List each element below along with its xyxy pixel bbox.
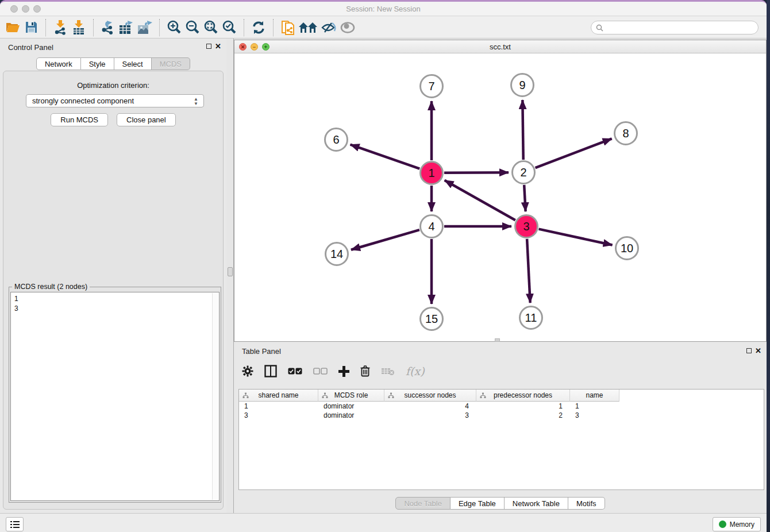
mcds-result-text[interactable]: 13 <box>10 292 220 501</box>
delete-table-button[interactable] <box>381 367 395 376</box>
edge-3-1[interactable] <box>445 180 515 220</box>
optimization-criterion-select[interactable]: strongly connected component ▲▼ <box>26 94 204 107</box>
tab-network-table[interactable]: Network Table <box>505 497 568 510</box>
export-image-button[interactable] <box>136 19 154 36</box>
network-window-resize-handle[interactable] <box>495 338 500 342</box>
tab-motifs[interactable]: Motifs <box>568 497 605 510</box>
home-layout-button[interactable] <box>297 19 320 36</box>
import-table-button[interactable] <box>70 19 88 36</box>
titlebar: Session: New Session <box>0 2 767 16</box>
panel-splitter[interactable] <box>226 38 234 513</box>
column-header-successor-nodes[interactable]: successor nodes <box>384 390 476 402</box>
column-header-shared-name[interactable]: shared name <box>239 390 318 402</box>
import-network-button[interactable] <box>51 19 70 36</box>
close-panel-button[interactable]: Close panel <box>117 113 176 126</box>
splitter-handle[interactable] <box>228 267 233 276</box>
cell-shared-name[interactable]: 1 <box>239 402 318 411</box>
graph-node-7[interactable]: 7 <box>419 74 444 98</box>
mcds-result-scrollbar[interactable] <box>212 293 218 500</box>
graph-node-11[interactable]: 11 <box>519 306 543 330</box>
tab-node-table[interactable]: Node Table <box>395 497 451 510</box>
graph-node-6[interactable]: 6 <box>324 128 348 152</box>
table-settings-button[interactable] <box>242 365 253 377</box>
cell-shared-name[interactable]: 3 <box>239 411 318 420</box>
graph-node-9[interactable]: 9 <box>510 73 534 97</box>
cell-MCDS-role[interactable]: dominator <box>318 411 384 420</box>
tab-edge-table[interactable]: Edge Table <box>451 497 505 510</box>
edge-2-3[interactable] <box>524 185 525 211</box>
task-history-button[interactable] <box>6 517 24 531</box>
edge-1-6[interactable] <box>351 145 420 169</box>
tab-network[interactable]: Network <box>36 57 81 70</box>
hide-graphics-details-button[interactable] <box>320 19 338 36</box>
column-header-predecessor-nodes[interactable]: predecessor nodes <box>476 390 570 402</box>
tab-style[interactable]: Style <box>81 57 114 70</box>
export-network-button[interactable] <box>99 19 117 36</box>
zoom-in-button[interactable] <box>165 19 183 36</box>
dropdown-stepper-icon: ▲▼ <box>192 96 200 106</box>
refresh-layout-button[interactable] <box>249 19 268 36</box>
fx-icon: f(x) <box>406 365 425 377</box>
search-field[interactable] <box>591 21 759 34</box>
attribute-type-icon <box>480 392 486 399</box>
export-network-icon <box>101 20 116 35</box>
node-table[interactable]: shared nameMCDS rolesuccessor nodesprede… <box>238 389 764 490</box>
graph-node-14[interactable]: 14 <box>325 242 349 266</box>
show-details-eye-icon <box>339 21 356 34</box>
column-header-name[interactable]: name <box>570 390 619 402</box>
cell-successor-nodes[interactable]: 4 <box>384 402 476 411</box>
graph-node-4[interactable]: 4 <box>419 214 444 238</box>
column-header-MCDS-role[interactable]: MCDS role <box>318 390 384 402</box>
duplicate-network-button[interactable] <box>279 19 297 36</box>
graph-node-2[interactable]: 2 <box>511 160 536 184</box>
zoom-out-button[interactable] <box>183 19 202 36</box>
deselect-all-columns-button[interactable] <box>313 368 328 375</box>
show-graphics-details-button[interactable] <box>338 19 357 36</box>
open-session-button[interactable] <box>3 19 22 36</box>
zoom-fit-button[interactable] <box>202 19 220 36</box>
edge-3-11[interactable] <box>527 239 530 303</box>
edge-3-10[interactable] <box>538 229 612 245</box>
cell-name[interactable]: 1 <box>570 402 619 411</box>
graph-node-8[interactable]: 8 <box>614 121 638 145</box>
tab-mcds[interactable]: MCDS <box>152 57 190 70</box>
cell-predecessor-nodes[interactable]: 2 <box>476 411 570 420</box>
edge-1-2[interactable] <box>444 172 509 173</box>
control-panel-float-button[interactable] <box>206 44 211 49</box>
apply-function-button[interactable]: f(x) <box>406 365 425 377</box>
control-panel-close-button[interactable]: ✕ <box>215 42 221 51</box>
trash-icon <box>360 365 370 377</box>
graph-node-3[interactable]: 3 <box>514 214 538 238</box>
toolbar-separator <box>45 19 46 36</box>
edge-2-8[interactable] <box>536 138 612 168</box>
graph-node-15[interactable]: 15 <box>419 307 444 331</box>
delete-column-button[interactable] <box>360 365 370 377</box>
zoom-selected-button[interactable] <box>220 19 238 36</box>
cell-MCDS-role[interactable]: dominator <box>318 402 384 411</box>
cell-predecessor-nodes[interactable]: 1 <box>476 402 570 411</box>
network-view-window: ✕ − + scc.txt 7968124314101511 <box>234 40 767 342</box>
mcds-result-line: 3 <box>14 304 215 314</box>
edge-2-9[interactable] <box>522 100 523 160</box>
show-column-panel-button[interactable] <box>264 365 277 377</box>
graph-node-1[interactable]: 1 <box>419 161 444 185</box>
select-all-columns-button[interactable] <box>288 368 302 375</box>
cell-successor-nodes[interactable]: 3 <box>384 411 476 420</box>
network-window-titlebar[interactable]: ✕ − + scc.txt <box>234 40 766 53</box>
save-session-button[interactable] <box>22 19 40 36</box>
table-row[interactable]: 3dominator323 <box>239 411 764 420</box>
graph-node-10[interactable]: 10 <box>615 236 639 260</box>
network-canvas[interactable]: 7968124314101511 <box>234 53 766 341</box>
export-table-button[interactable] <box>117 19 136 36</box>
cell-name[interactable]: 3 <box>570 411 619 420</box>
tab-select[interactable]: Select <box>114 57 152 70</box>
table-panel-float-button[interactable] <box>746 348 752 353</box>
table-panel-close-button[interactable]: ✕ <box>755 346 761 355</box>
run-mcds-button[interactable]: Run MCDS <box>51 113 108 126</box>
mcds-result-lines: 13 <box>14 294 215 314</box>
table-row[interactable]: 1dominator411 <box>239 402 764 411</box>
attribute-type-icon <box>322 392 328 399</box>
add-column-button[interactable] <box>338 366 349 377</box>
memory-button[interactable]: Memory <box>713 517 761 531</box>
edge-4-14[interactable] <box>351 230 419 250</box>
